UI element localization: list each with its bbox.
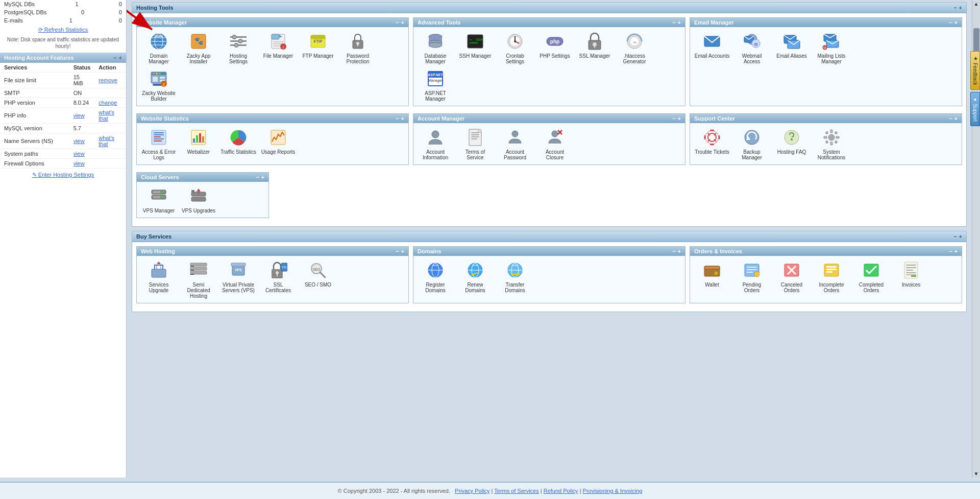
- feature-php-info-action[interactable]: what's that: [94, 108, 126, 124]
- ssh-manager-item[interactable]: >_ SSH SSH Manager: [457, 31, 493, 64]
- renew-domains-item[interactable]: www Renew Domains: [457, 260, 493, 293]
- oi-minus[interactable]: −: [949, 248, 952, 254]
- backup-manager-item[interactable]: Backup Manager: [734, 127, 770, 160]
- ws-plus[interactable]: +: [401, 115, 404, 122]
- svg-point-52: [514, 40, 516, 42]
- account-closure-item[interactable]: Account Closure: [537, 127, 573, 160]
- hosting-tools-plus[interactable]: +: [959, 5, 962, 11]
- database-icon: [426, 32, 445, 51]
- wm-minus[interactable]: −: [396, 19, 399, 26]
- oi-plus[interactable]: +: [954, 248, 958, 254]
- php-settings-item[interactable]: php PHP Settings: [537, 31, 573, 64]
- buy-minus[interactable]: −: [953, 233, 957, 240]
- seo-smo-item[interactable]: SEO SEO / SMO: [300, 260, 336, 299]
- feature-firewall-action: [94, 159, 126, 169]
- domain-manager-item[interactable]: www Domain Manager: [141, 31, 177, 64]
- hosting-tools-minus[interactable]: −: [953, 5, 957, 11]
- em-plus[interactable]: +: [954, 19, 958, 26]
- vps-hosting-item[interactable]: VPS Virtual Private Servers (VPS): [220, 260, 256, 299]
- at-minus[interactable]: −: [672, 19, 675, 26]
- account-closure-label: Account Closure: [537, 149, 573, 160]
- completed-orders-item[interactable]: Completed Orders: [853, 260, 889, 293]
- ws-minus[interactable]: −: [396, 115, 399, 122]
- services-upgrade-item[interactable]: Services Upgrade: [141, 260, 177, 299]
- aspnet-manager-item[interactable]: ASP.NET Manager ASP.NET Manager: [418, 68, 453, 102]
- vps-manager-item[interactable]: VPS Manager: [141, 186, 177, 213]
- wh-minus[interactable]: −: [396, 248, 399, 254]
- feature-php-version-action[interactable]: change: [94, 98, 126, 108]
- sc-plus[interactable]: +: [954, 115, 958, 122]
- hosting-faq-item[interactable]: Hosting FAQ: [774, 127, 810, 160]
- privacy-policy-link[interactable]: Privacy Policy: [455, 488, 489, 494]
- scrollbar-up-arrow[interactable]: ▲: [973, 0, 980, 8]
- terms-of-service-item[interactable]: Terms of Service: [457, 127, 493, 160]
- collapse-icon[interactable]: −: [113, 55, 116, 61]
- webmail-access-item[interactable]: @ Webmail Access: [734, 31, 770, 64]
- account-information-item[interactable]: Account Information: [418, 127, 453, 160]
- password-protection-item[interactable]: Password Protection: [340, 31, 376, 64]
- transfer-domains-item[interactable]: www Transfer Domains: [497, 260, 533, 293]
- dom-plus[interactable]: +: [678, 248, 681, 254]
- invoices-item[interactable]: Invoices: [893, 260, 929, 293]
- feature-firewall-status[interactable]: view: [69, 159, 95, 169]
- feature-php-info-status[interactable]: view: [69, 108, 95, 124]
- mailing-lists-item[interactable]: M Mailing Lists Manager: [814, 31, 849, 64]
- refund-policy-link[interactable]: Refund Policy: [544, 488, 578, 494]
- zacky-website-builder-item[interactable]: Z Zacky Website Builder: [141, 68, 177, 102]
- canceled-orders-item[interactable]: Canceled Orders: [774, 260, 810, 293]
- feature-ns-action[interactable]: what's that: [94, 133, 126, 149]
- sc-minus[interactable]: −: [949, 115, 952, 122]
- wm-plus[interactable]: +: [401, 19, 404, 26]
- feedback-button[interactable]: ★ Feedback: [970, 51, 980, 90]
- advanced-tools-title: Advanced Tools: [418, 19, 460, 26]
- htaccess-generator-item[interactable]: .ht .htaccess Generator: [617, 31, 652, 64]
- email-aliases-icon-box: [781, 31, 802, 52]
- scrollbar-down-arrow[interactable]: ▼: [973, 470, 980, 478]
- zacky-app-installer-item[interactable]: 🐾 Zacky App Installer: [181, 31, 216, 64]
- access-error-logs-item[interactable]: Access & Error Logs: [141, 127, 177, 160]
- am-plus[interactable]: +: [678, 115, 681, 122]
- ftp-manager-item[interactable]: FTP FTP Manager: [300, 31, 336, 64]
- email-accounts-item[interactable]: Email Accounts: [694, 31, 730, 64]
- register-domains-item[interactable]: www Register Domains: [418, 260, 453, 293]
- em-minus[interactable]: −: [949, 19, 952, 26]
- ssl-certificates-item[interactable]: SSL SSL Certificates: [260, 260, 296, 299]
- database-manager-item[interactable]: Database Manager: [418, 31, 453, 64]
- refresh-statistics-link[interactable]: ⟳ Refresh Statistics: [0, 25, 126, 35]
- system-notifications-item[interactable]: System Notifications: [814, 127, 849, 160]
- orders-invoices-header: Orders & Invoices − +: [690, 247, 962, 256]
- webalizer-item[interactable]: Webalizer: [181, 127, 216, 160]
- cs-minus[interactable]: −: [256, 174, 259, 180]
- incomplete-orders-item[interactable]: Incomplete Orders: [814, 260, 849, 293]
- enter-hosting-link[interactable]: ✎ Enter Hosting Settings: [0, 169, 126, 181]
- email-aliases-item[interactable]: Email Aliases: [774, 31, 810, 64]
- trouble-tickets-item[interactable]: Trouble Tickets: [694, 127, 730, 160]
- cs-plus[interactable]: +: [261, 174, 264, 180]
- semi-dedicated-item[interactable]: Semi Dedicated Hosting: [181, 260, 216, 299]
- expand-icon[interactable]: +: [119, 55, 122, 61]
- support-button[interactable]: ● Support: [970, 92, 980, 126]
- hosting-settings-item[interactable]: Hosting Settings: [220, 31, 256, 64]
- wh-plus[interactable]: +: [401, 248, 404, 254]
- account-password-item[interactable]: Account Password: [497, 127, 533, 160]
- vps-upgrades-item[interactable]: VPS Upgrades: [181, 186, 216, 213]
- traffic-statistics-item[interactable]: Traffic Statistics: [220, 127, 256, 160]
- crontab-settings-item[interactable]: Crontab Settings: [497, 31, 533, 64]
- cloud-servers-spacer: [273, 172, 962, 222]
- terms-of-services-link[interactable]: Terms of Services: [494, 488, 538, 494]
- emails-row: E-mails 1 0: [0, 16, 126, 25]
- dom-minus[interactable]: −: [672, 248, 675, 254]
- mysql-col1: 1: [75, 1, 78, 7]
- usage-reports-item[interactable]: Usage Reports: [260, 127, 296, 160]
- am-minus[interactable]: −: [672, 115, 675, 122]
- pending-orders-item[interactable]: ! Pending Orders: [734, 260, 770, 293]
- feature-syspaths-status[interactable]: view: [69, 149, 95, 159]
- feature-file-size-action[interactable]: remove: [94, 73, 126, 88]
- feature-ns-status[interactable]: view: [69, 133, 95, 149]
- file-manager-item[interactable]: ! File Manager: [260, 31, 296, 64]
- buy-plus[interactable]: +: [959, 233, 962, 240]
- ssl-manager-item[interactable]: SSL Manager: [577, 31, 612, 64]
- provisioning-invoicing-link[interactable]: Provisioning & Invoicing: [583, 488, 643, 494]
- at-plus[interactable]: +: [678, 19, 681, 26]
- wallet-item[interactable]: Wallet: [694, 260, 730, 293]
